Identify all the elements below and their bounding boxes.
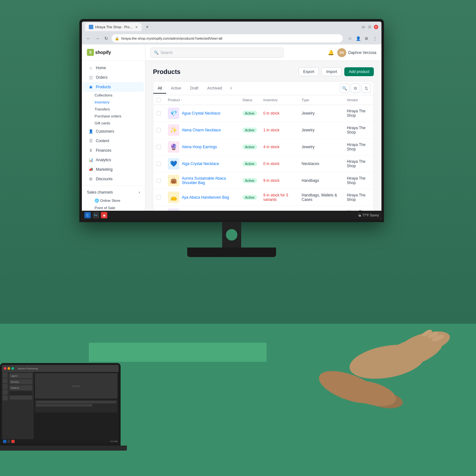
extensions-button[interactable]: ⚙ bbox=[363, 35, 370, 42]
tab-close-button[interactable]: ✕ bbox=[135, 25, 138, 29]
profile-button[interactable]: 👤 bbox=[355, 35, 362, 42]
row-checkbox-1[interactable] bbox=[156, 111, 161, 116]
product-thumb-1: 💎 bbox=[168, 108, 179, 119]
status-badge-3: Active bbox=[242, 144, 257, 149]
taskbar-chrome-icon[interactable]: C bbox=[84, 212, 91, 218]
window-minimize[interactable]: — bbox=[361, 25, 366, 29]
orders-icon: ◫ bbox=[88, 75, 93, 80]
product-col-header[interactable]: Product ↕ bbox=[165, 95, 239, 105]
row-checkbox-3[interactable] bbox=[156, 145, 161, 149]
reload-button[interactable]: ↻ bbox=[103, 35, 110, 42]
tab-draft[interactable]: Draft bbox=[186, 83, 203, 94]
menu-button[interactable]: ⋮ bbox=[371, 35, 378, 42]
product-thumb-3: 🔮 bbox=[168, 141, 179, 153]
sidebar-item-gift-cards[interactable]: Gift cards bbox=[83, 120, 144, 127]
sidebar-item-discounts[interactable]: ⊞ Discounts bbox=[83, 174, 144, 184]
status-cell-7: Active bbox=[239, 206, 260, 211]
status-cell-5: Active bbox=[239, 172, 260, 189]
product-cell-3: 🔮 Alena Hoop Earrings bbox=[168, 141, 236, 153]
taskbar-ps-icon[interactable]: Ps bbox=[93, 212, 99, 218]
sidebar-item-pos[interactable]: Point of Sale bbox=[83, 204, 144, 211]
product-name-cell: 🔮 Alena Hoop Earrings bbox=[165, 139, 239, 155]
product-thumb-emoji: 👜 bbox=[170, 177, 177, 184]
row-checkbox-2[interactable] bbox=[156, 128, 161, 132]
window-close[interactable]: ✕ bbox=[374, 25, 378, 29]
row-checkbox-4[interactable] bbox=[156, 162, 161, 166]
product-name-cell: 👜 Aurora Sustainable Abaca Shoulder Bag bbox=[165, 172, 239, 189]
table-row: 💎 Agua Crystal Necklace Active 0 in stoc… bbox=[153, 105, 374, 122]
address-bar[interactable]: 🔒 hiraya-the-shop.myshopify.com/admin/pr… bbox=[112, 34, 343, 43]
sales-channels-header[interactable]: Sales channels › bbox=[82, 188, 145, 197]
ps-properties-panel bbox=[35, 400, 117, 413]
new-tab-button[interactable]: + bbox=[143, 23, 151, 31]
product-name-3[interactable]: Alena Hoop Earrings bbox=[182, 145, 217, 149]
product-thumb-emoji: 🔮 bbox=[170, 143, 177, 150]
marketing-icon: 📣 bbox=[88, 167, 93, 172]
sidebar-item-finances-label: Finances bbox=[96, 148, 111, 153]
search-filter-button[interactable]: 🔍 bbox=[340, 83, 349, 93]
sidebar-item-customers[interactable]: 👤 Customers bbox=[83, 127, 144, 136]
row-checkbox-cell bbox=[153, 155, 165, 172]
ps-tool-1 bbox=[3, 373, 8, 378]
add-product-button[interactable]: Add product bbox=[344, 67, 374, 76]
product-cell-5: 👜 Aurora Sustainable Abaca Shoulder Bag bbox=[168, 175, 236, 186]
product-name-6[interactable]: Aya Abaca Handwoven Bag bbox=[182, 195, 229, 200]
monitor-stand-base bbox=[187, 248, 276, 257]
filter-button[interactable]: ⚙ bbox=[351, 83, 360, 93]
taskbar-icon-red[interactable]: ◉ bbox=[101, 212, 107, 218]
row-checkbox-6[interactable] bbox=[156, 195, 161, 200]
product-thumb-5: 👜 bbox=[168, 175, 179, 186]
shopify-logo-icon: S bbox=[87, 49, 94, 56]
sidebar-item-orders[interactable]: ◫ Orders bbox=[83, 73, 144, 82]
inventory-cell-3: 4 in stock bbox=[260, 139, 299, 155]
user-menu[interactable]: DV Daphne Verzosa bbox=[337, 48, 376, 57]
product-name-1[interactable]: Agua Crystal Necklace bbox=[182, 111, 220, 116]
monitor-frame: Hiraya The Shop · Products · Sh... ✕ + —… bbox=[79, 19, 384, 222]
select-all-checkbox[interactable] bbox=[156, 98, 161, 102]
sort-button[interactable]: ⇅ bbox=[361, 83, 371, 93]
sidebar-item-marketing[interactable]: 📣 Marketing bbox=[83, 165, 144, 174]
browser-tab-active[interactable]: Hiraya The Shop · Products · Sh... ✕ bbox=[85, 23, 142, 31]
sidebar-item-purchase-orders[interactable]: Purchase orders bbox=[83, 113, 144, 120]
product-name-2[interactable]: Alena Charm Necklace bbox=[182, 128, 221, 132]
sidebar-item-content[interactable]: ☰ Content bbox=[83, 136, 144, 146]
window-maximize[interactable]: □ bbox=[367, 25, 372, 29]
sidebar-item-finances[interactable]: $ Finances bbox=[83, 146, 144, 155]
sidebar-item-inventory[interactable]: Inventory bbox=[83, 99, 144, 106]
row-checkbox-5[interactable] bbox=[156, 178, 161, 183]
sidebar-item-products[interactable]: ◉ Products bbox=[83, 82, 144, 92]
ps-tool-5 bbox=[3, 395, 8, 400]
search-bar[interactable]: 🔍 Search bbox=[150, 48, 284, 58]
type-cell-1: Jewelry bbox=[299, 105, 344, 122]
tab-favicon bbox=[89, 25, 93, 29]
ps-minimize-dot bbox=[8, 367, 10, 370]
status-col-header[interactable]: Status bbox=[239, 95, 260, 105]
forward-button[interactable]: → bbox=[94, 35, 101, 42]
sidebar-item-collections[interactable]: Collections bbox=[83, 92, 144, 99]
shopify-logo[interactable]: S shopify bbox=[87, 49, 111, 56]
product-name-4[interactable]: Alga Crystal Necklace bbox=[182, 162, 219, 166]
back-button[interactable]: ← bbox=[85, 35, 92, 42]
sidebar-item-online-store[interactable]: 🌐 Online Store bbox=[83, 197, 144, 204]
notifications-button[interactable]: 🔔 bbox=[328, 50, 334, 56]
inventory-col-header[interactable]: Inventory bbox=[260, 95, 299, 105]
sidebar-item-transfers[interactable]: Transfers bbox=[83, 106, 144, 113]
import-button[interactable]: Import bbox=[321, 67, 342, 76]
shopify-logo-text: shopify bbox=[95, 50, 111, 55]
vendor-col-header[interactable]: Vendor bbox=[344, 95, 374, 105]
table-row: ✨ Alena Charm Necklace Active 1 in stock… bbox=[153, 122, 374, 139]
sidebar-item-analytics[interactable]: 📊 Analytics bbox=[83, 155, 144, 165]
url-text: hiraya-the-shop.myshopify.com/admin/prod… bbox=[121, 36, 222, 40]
sidebar-item-home[interactable]: ⌂ Home bbox=[83, 63, 144, 73]
tab-active[interactable]: Active bbox=[166, 83, 186, 94]
type-col-header[interactable]: Type bbox=[299, 95, 344, 105]
add-tab-button[interactable]: + bbox=[227, 83, 236, 93]
bookmark-button[interactable]: ☆ bbox=[347, 35, 354, 42]
export-button[interactable]: Export bbox=[299, 67, 319, 76]
products-table-container: All Active Draft Archived + 🔍 ⚙ ⇅ bbox=[153, 81, 374, 211]
tab-archived[interactable]: Archived bbox=[203, 83, 227, 94]
vendor-cell-7: Hiraya The Shop bbox=[344, 206, 374, 211]
sales-channels-label: Sales channels bbox=[87, 190, 113, 195]
product-name-5[interactable]: Aurora Sustainable Abaca Shoulder Bag bbox=[182, 176, 236, 185]
tab-all[interactable]: All bbox=[153, 83, 166, 94]
